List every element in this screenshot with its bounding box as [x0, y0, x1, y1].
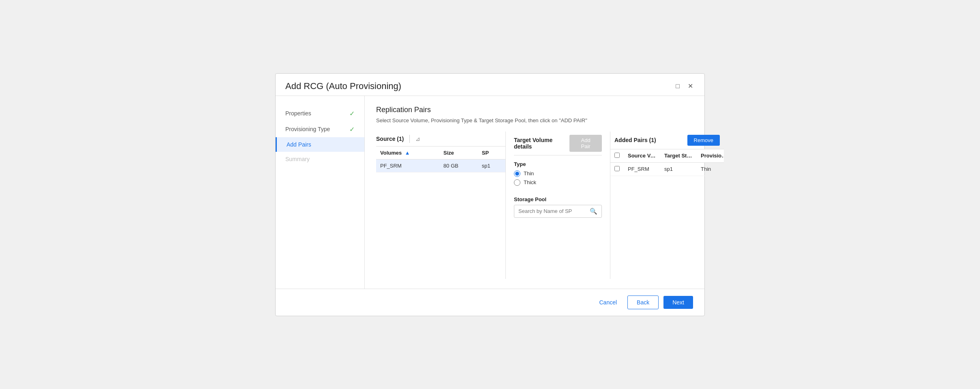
sidebar-item-provisioning-type[interactable]: Provisioning Type ✓ [276, 121, 364, 137]
source-panel-header: Source (1) ⊿ [376, 132, 505, 147]
source-table-row[interactable]: PF_SRM 80 GB sp1 [376, 159, 505, 172]
dialog-body: Properties ✓ Provisioning Type ✓ Add Pai… [276, 96, 704, 289]
sidebar-item-properties[interactable]: Properties ✓ [276, 106, 364, 121]
target-panel: Target Volume details Add Pair Type Thin [506, 132, 610, 279]
type-thin-option[interactable]: Thin [514, 170, 602, 177]
col-sp[interactable]: SP [478, 147, 505, 159]
section-title: Replication Pairs [376, 106, 724, 114]
storage-pool-search-input[interactable] [518, 208, 586, 214]
add-rcg-dialog: Add RCG (Auto Provisioning) □ ✕ Properti… [275, 73, 705, 316]
added-provision-cell: Thin [697, 162, 724, 176]
filter-icon[interactable]: ⊿ [415, 136, 420, 142]
storage-pool-label: Storage Pool [514, 196, 602, 202]
source-size-cell: 80 GB [439, 159, 478, 172]
storage-pool-search-box: 🔍 [514, 205, 602, 218]
dialog-header-icons: □ ✕ [674, 82, 695, 90]
col-source-volume[interactable]: Source Vo… ▲ [624, 149, 660, 163]
added-pairs-title: Added Pairs (1) [614, 137, 656, 143]
remove-button[interactable]: Remove [687, 135, 720, 146]
type-thin-label: Thin [524, 170, 534, 176]
source-panel: Source (1) ⊿ Volumes ▲ [376, 132, 506, 279]
sidebar: Properties ✓ Provisioning Type ✓ Add Pai… [276, 96, 365, 289]
type-section: Type Thin Thick [514, 161, 602, 186]
header-divider [409, 135, 410, 143]
col-select-all[interactable] [610, 149, 624, 163]
col-size[interactable]: Size [439, 147, 478, 159]
type-thick-radio[interactable] [514, 179, 520, 186]
col-volumes[interactable]: Volumes ▲ [376, 147, 439, 159]
sidebar-item-label: Summary [285, 156, 310, 162]
search-icon: 🔍 [590, 208, 597, 215]
source-volume-cell: PF_SRM [376, 159, 439, 172]
col-target-storage[interactable]: Target Stor… [660, 149, 697, 163]
source-panel-title: Source (1) [376, 136, 404, 142]
target-panel-header: Target Volume details Add Pair [514, 132, 602, 155]
type-thin-radio[interactable] [514, 170, 520, 177]
next-button[interactable]: Next [663, 296, 693, 309]
back-button[interactable]: Back [627, 295, 659, 309]
sidebar-item-summary: Summary [276, 152, 364, 166]
cancel-button[interactable]: Cancel [593, 296, 623, 309]
target-panel-title: Target Volume details [514, 137, 569, 150]
source-sp-cell: sp1 [478, 159, 505, 172]
col-provision-type[interactable]: Provision T… [697, 149, 724, 163]
added-table-wrap: Source Vo… ▲ Target Stor… Provision T… [610, 149, 724, 176]
sidebar-item-add-pairs[interactable]: Add Pairs [276, 137, 364, 152]
check-icon-properties: ✓ [349, 110, 355, 117]
added-pairs-panel: Added Pairs (1) Remove [610, 132, 724, 279]
dialog-title: Add RCG (Auto Provisioning) [285, 81, 401, 91]
dialog-footer: Cancel Back Next [276, 289, 704, 316]
sidebar-item-label: Properties [285, 110, 311, 117]
added-pairs-header: Added Pairs (1) Remove [610, 132, 724, 149]
type-label: Type [514, 161, 602, 167]
type-thick-option[interactable]: Thick [514, 179, 602, 186]
pairs-layout: Source (1) ⊿ Volumes ▲ [376, 132, 724, 279]
added-pairs-row[interactable]: PF_SRM sp1 Thin [610, 162, 724, 176]
add-pair-button[interactable]: Add Pair [569, 135, 602, 152]
select-all-checkbox[interactable] [614, 153, 620, 158]
section-desc: Select Source Volume, Provisioning Type … [376, 117, 724, 123]
sidebar-item-label: Add Pairs [287, 141, 311, 148]
added-source-cell: PF_SRM [624, 162, 660, 176]
source-table: Volumes ▲ Size SP [376, 147, 505, 172]
sidebar-item-label: Provisioning Type [285, 126, 330, 132]
dialog-header: Add RCG (Auto Provisioning) □ ✕ [276, 74, 704, 96]
type-radio-group: Thin Thick [514, 170, 602, 186]
row-checkbox-cell[interactable] [610, 162, 624, 176]
close-button[interactable]: ✕ [686, 82, 695, 90]
added-target-cell: sp1 [660, 162, 697, 176]
row-checkbox[interactable] [614, 166, 620, 171]
main-content: Replication Pairs Select Source Volume, … [365, 96, 735, 289]
restore-button[interactable]: □ [674, 82, 681, 90]
check-icon-provisioning: ✓ [349, 125, 355, 133]
type-thick-label: Thick [524, 179, 536, 185]
sort-arrow-volumes: ▲ [405, 150, 410, 156]
added-pairs-table: Source Vo… ▲ Target Stor… Provision T… [610, 149, 724, 176]
